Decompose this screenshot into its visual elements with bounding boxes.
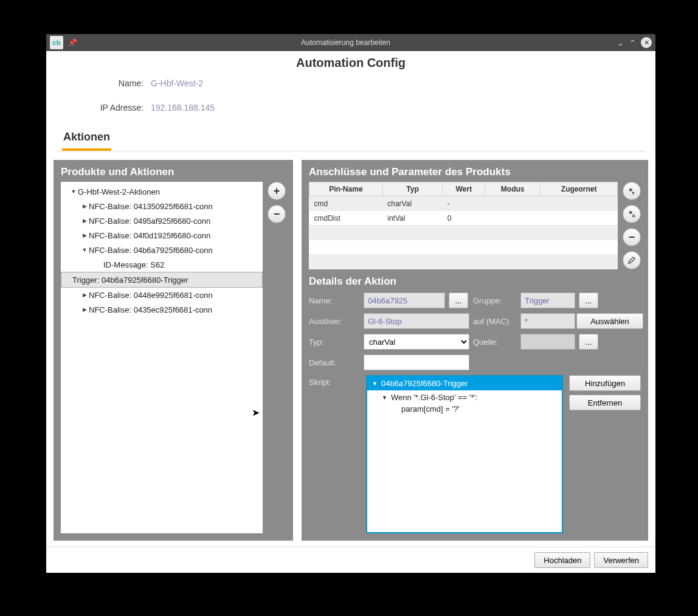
chevron-icon: ▶ [80, 306, 89, 313]
details-body: Pin-NameTypWertModusZugeornet cmdcharVal… [309, 182, 641, 533]
tab-aktionen[interactable]: Aktionen [62, 125, 111, 151]
default-input[interactable] [364, 355, 469, 370]
cell-type: intVal [382, 211, 443, 226]
tree-item[interactable]: ▶NFC-Balise: 04f0d1925f6680-conn [61, 228, 263, 243]
tree-item-label: NFC-Balise: 0448e9925f6681-conn [89, 291, 213, 300]
tree-item[interactable]: ▶NFC-Balise: 041350925f6681-conn [61, 199, 263, 213]
panel-details: Anschlüsse und Parameter des Produkts Pi… [302, 160, 648, 541]
column-header: Typ [382, 182, 443, 196]
source-input [520, 334, 575, 350]
cell-value [443, 255, 485, 269]
tree-item[interactable]: ▶NFC-Balise: 0495af925f6680-conn [61, 213, 263, 228]
cell-type [382, 226, 443, 240]
maximize-icon[interactable]: ⌃ [626, 38, 638, 47]
chevron-icon: ▶ [80, 232, 89, 238]
cell-mode [485, 196, 541, 211]
lbl-source: Quelle: [473, 337, 517, 347]
products-body: ▼G-Hbf-West-2-Aktionen▶NFC-Balise: 04135… [61, 182, 286, 533]
cell-assigned [541, 196, 618, 211]
name-ellipsis-button[interactable]: ... [449, 292, 468, 308]
chevron-icon: ▶ [80, 218, 89, 224]
cell-name: cmd [309, 196, 383, 211]
tree-item-label: NFC-Balise: 0435ec925f6681-conn [89, 305, 212, 314]
content: Automation Config Name: G-Hbf-West-2 IP … [46, 51, 655, 573]
group-ellipsis-button[interactable]: ... [579, 292, 598, 308]
table-row[interactable] [309, 255, 618, 269]
column-header: Modus [485, 182, 541, 196]
name-label: Name: [56, 78, 151, 88]
panels: Produkte und Aktionen ▼G-Hbf-West-2-Akti… [46, 151, 655, 547]
titlebar: cb 📌 Automatisierung bearbeiten ⌄ ⌃ ✕ [46, 34, 655, 51]
tree-item[interactable]: ▶NFC-Balise: 0435ec925f6681-conn [61, 302, 263, 317]
tree-item[interactable]: Trigger: 04b6a7925f6680-Trigger [61, 272, 263, 288]
table-row[interactable] [309, 226, 618, 240]
type-select[interactable]: charVal [364, 334, 469, 350]
chevron-icon: ▶ [80, 203, 89, 209]
chevron-icon: ▶ [80, 292, 89, 298]
cell-type [382, 240, 443, 255]
add-product-button[interactable]: + [268, 182, 286, 200]
lbl-script: Skript: [309, 375, 360, 533]
chevron-icon: ▼ [80, 247, 89, 253]
table-row[interactable] [309, 240, 618, 255]
lbl-mac: auf (MAC) [473, 317, 517, 326]
cell-mode [485, 255, 541, 269]
close-icon[interactable]: ✕ [641, 37, 652, 48]
cell-mode [485, 226, 541, 240]
add-pin-list-button[interactable] [623, 205, 641, 223]
products-title: Produkte und Aktionen [61, 166, 286, 178]
cell-name [309, 255, 383, 269]
lbl-name: Name: [309, 296, 360, 305]
window-title: Automatisierung bearbeiten [77, 38, 614, 47]
pin-icon[interactable]: 📌 [68, 38, 77, 47]
footer: Hochladen Verwerfen [46, 547, 655, 573]
script-editor[interactable]: ▼ 04b6a7925f6680-Trigger ▼ Wenn '*.Gl-6-… [366, 375, 563, 533]
script-row: Skript: ▼ 04b6a7925f6680-Trigger ▼ Wenn … [309, 375, 641, 533]
name-input[interactable] [364, 292, 445, 308]
group-input[interactable] [520, 292, 575, 308]
pin-table-wrap: Pin-NameTypWertModusZugeornet cmdcharVal… [309, 182, 641, 269]
tree-item[interactable]: ▼G-Hbf-West-2-Aktionen [61, 184, 263, 199]
app-window: cb 📌 Automatisierung bearbeiten ⌄ ⌃ ✕ Au… [46, 34, 655, 573]
cell-type [382, 255, 443, 269]
cell-type: charVal [382, 196, 443, 211]
edit-pin-button[interactable] [623, 251, 641, 269]
script-condition[interactable]: ▼ Wenn '*.Gl-6-Stop' == '*': [367, 390, 562, 403]
cell-name: cmdDist [309, 211, 383, 226]
tree-item[interactable]: ▼NFC-Balise: 04b6a7925f6680-conn [61, 243, 263, 257]
products-tree[interactable]: ▼G-Hbf-West-2-Aktionen▶NFC-Balise: 04135… [61, 182, 263, 533]
mac-input[interactable] [520, 313, 575, 329]
name-value: G-Hbf-West-2 [151, 78, 203, 88]
pin-table[interactable]: Pin-NameTypWertModusZugeornet cmdcharVal… [309, 182, 618, 269]
discard-button[interactable]: Verwerfen [594, 552, 648, 568]
table-row[interactable]: cmdDistintVal0 [309, 211, 618, 226]
source-ellipsis-button[interactable]: ... [579, 334, 598, 350]
remove-product-button[interactable]: − [268, 205, 286, 223]
select-mac-button[interactable]: Auswählen [576, 313, 643, 329]
action-form: Name: ... Gruppe: ... Auslöser: auf (MAC… [309, 292, 641, 370]
upload-button[interactable]: Hochladen [534, 552, 590, 568]
cell-assigned [541, 240, 618, 255]
column-header: Zugeornet [541, 182, 618, 196]
header: Automation Config Name: G-Hbf-West-2 IP … [46, 51, 655, 151]
minimize-icon[interactable]: ⌄ [614, 38, 626, 47]
panel-products: Produkte und Aktionen ▼G-Hbf-West-2-Akti… [54, 160, 293, 541]
script-header[interactable]: ▼ 04b6a7925f6680-Trigger [367, 376, 562, 390]
tree-item-label: NFC-Balise: 0495af925f6680-conn [89, 216, 210, 226]
trigger-input[interactable] [364, 313, 469, 329]
script-buttons: Hinzufügen Entfernen [569, 375, 641, 533]
products-sidebuttons: + − [268, 182, 286, 533]
remove-pin-button[interactable]: − [623, 228, 641, 246]
script-remove-button[interactable]: Entfernen [569, 395, 641, 410]
script-body[interactable]: param[cmd] = '?' [367, 403, 562, 415]
tree-item[interactable]: ID-Message: S62 [61, 257, 263, 272]
table-row[interactable]: cmdcharVal- [309, 196, 618, 211]
lbl-trigger: Auslöser: [309, 317, 360, 326]
tree-item-label: NFC-Balise: 04b6a7925f6680-conn [89, 246, 213, 255]
app-icon: cb [50, 36, 63, 49]
tree-item[interactable]: ▶NFC-Balise: 0448e9925f6681-conn [61, 288, 263, 302]
lbl-type: Typ: [309, 337, 360, 347]
add-pin-cursor-button[interactable] [623, 182, 641, 200]
script-add-button[interactable]: Hinzufügen [569, 375, 641, 391]
cell-mode [485, 211, 541, 226]
